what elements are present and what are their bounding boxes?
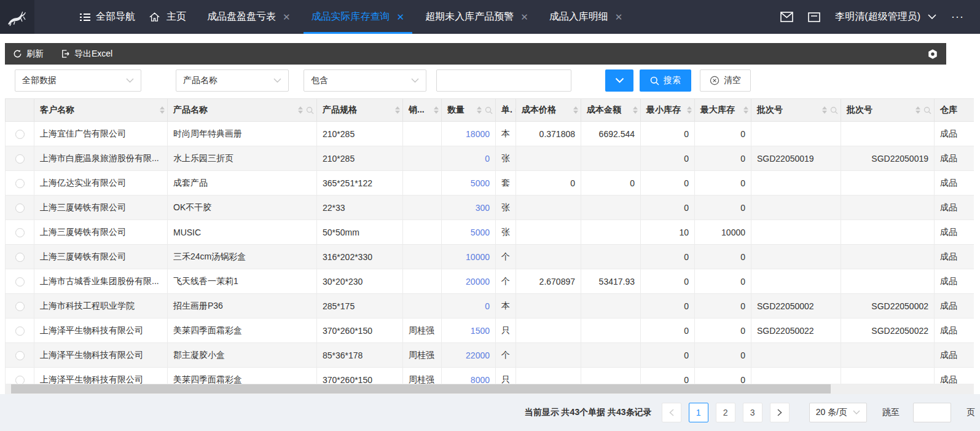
tab-close-icon[interactable]: ✕ bbox=[397, 12, 405, 22]
row-radio[interactable] bbox=[15, 326, 25, 336]
column-header-batch_no_2[interactable]: 批次号 bbox=[841, 99, 935, 122]
mail-icon[interactable] bbox=[780, 12, 793, 22]
column-header-cost_amount[interactable]: 成本金额 bbox=[581, 99, 641, 122]
column-header-product[interactable]: 产品名称 bbox=[168, 99, 317, 122]
cell-select bbox=[6, 220, 34, 245]
sort-icon[interactable] bbox=[395, 106, 400, 114]
search-button[interactable]: 搜索 bbox=[640, 69, 691, 92]
horizontal-scrollbar-thumb[interactable] bbox=[11, 384, 831, 393]
cell-select bbox=[6, 318, 34, 343]
column-search-icon[interactable] bbox=[830, 106, 838, 114]
row-radio[interactable] bbox=[15, 179, 25, 188]
row-radio[interactable] bbox=[15, 130, 25, 139]
export-excel-button[interactable]: 导出Excel bbox=[61, 49, 112, 60]
column-search-icon[interactable] bbox=[485, 106, 493, 114]
column-header-salesperson[interactable]: 销... bbox=[403, 99, 442, 122]
cell-max_stock: 0 bbox=[695, 122, 751, 146]
sort-icon[interactable] bbox=[915, 106, 920, 114]
sort-icon[interactable] bbox=[743, 106, 748, 114]
cell-max_stock: 0 bbox=[695, 269, 751, 294]
column-header-customer[interactable]: 客户名称 bbox=[34, 99, 168, 122]
column-header-unit[interactable]: 单. bbox=[496, 99, 516, 122]
more-menu-button[interactable]: ··· bbox=[951, 10, 964, 23]
column-header-cost_price[interactable]: 成本价格 bbox=[516, 99, 581, 122]
cell-quantity[interactable]: 0 bbox=[442, 146, 496, 171]
cell-select bbox=[6, 146, 34, 171]
jump-page-input[interactable] bbox=[913, 403, 951, 422]
sort-icon[interactable] bbox=[477, 106, 482, 114]
page-size-select[interactable]: 20 条/页 bbox=[809, 403, 867, 422]
cell-unit: 张 bbox=[496, 146, 516, 171]
column-search-icon[interactable] bbox=[923, 106, 931, 114]
nav-tab[interactable]: 成品实际库存查询 ✕ bbox=[301, 0, 415, 34]
row-radio[interactable] bbox=[15, 204, 25, 213]
sort-icon[interactable] bbox=[573, 106, 578, 114]
column-header-quantity[interactable]: 数量 bbox=[442, 99, 496, 122]
prev-page-button[interactable] bbox=[662, 403, 681, 422]
sort-icon[interactable] bbox=[687, 106, 692, 114]
data-scope-select[interactable]: 全部数据 bbox=[15, 69, 141, 92]
page-button-1[interactable]: 1 bbox=[689, 403, 708, 422]
column-header-warehouse[interactable]: 仓库 bbox=[935, 99, 974, 122]
keyword-input[interactable] bbox=[436, 69, 571, 92]
operator-select[interactable]: 包含 bbox=[304, 69, 426, 92]
tab-close-icon[interactable]: ✕ bbox=[615, 12, 623, 22]
nav-tab[interactable]: 主页 bbox=[139, 0, 197, 34]
cell-quantity[interactable]: 20000 bbox=[442, 269, 496, 294]
sort-icon[interactable] bbox=[298, 106, 303, 114]
tab-close-icon[interactable]: ✕ bbox=[283, 12, 291, 22]
page-button-2[interactable]: 2 bbox=[716, 403, 735, 422]
horizontal-scrollbar[interactable] bbox=[5, 384, 974, 394]
next-page-button[interactable] bbox=[770, 403, 790, 422]
cell-unit: 本 bbox=[496, 294, 516, 318]
page-button-3[interactable]: 3 bbox=[743, 403, 762, 422]
sort-icon[interactable] bbox=[633, 106, 638, 114]
cell-quantity[interactable]: 300 bbox=[442, 196, 496, 220]
refresh-button[interactable]: 刷新 bbox=[13, 49, 44, 60]
workspace-icon[interactable] bbox=[808, 12, 820, 22]
nav-tab[interactable]: 超期未入库产品预警 ✕ bbox=[415, 0, 539, 34]
cell-quantity[interactable]: 5000 bbox=[442, 220, 496, 245]
cell-select bbox=[6, 196, 34, 220]
tab-close-icon[interactable]: ✕ bbox=[520, 12, 528, 22]
sort-icon[interactable] bbox=[160, 106, 165, 114]
cell-quantity[interactable]: 18000 bbox=[442, 122, 496, 146]
cell-quantity[interactable]: 5000 bbox=[442, 171, 496, 196]
search-field-select[interactable]: 产品名称 bbox=[176, 69, 289, 92]
sort-icon[interactable] bbox=[434, 106, 439, 114]
row-radio[interactable] bbox=[15, 228, 25, 237]
cell-quantity[interactable]: 22000 bbox=[442, 343, 496, 368]
column-header-min_stock[interactable]: 最小库存 bbox=[641, 99, 695, 122]
column-header-spec[interactable]: 产品规格 bbox=[317, 99, 403, 122]
user-menu[interactable]: 李明清(超级管理员) bbox=[835, 10, 936, 23]
cell-cost_amount bbox=[581, 245, 641, 269]
cell-quantity[interactable]: 1500 bbox=[442, 318, 496, 343]
row-radio[interactable] bbox=[15, 154, 25, 164]
tab-label: 成品入库明细 bbox=[549, 10, 608, 23]
chevron-down-icon bbox=[411, 78, 419, 83]
nav-all-button[interactable]: 全部导航 bbox=[80, 10, 135, 23]
cell-warehouse: 成品 bbox=[935, 318, 974, 343]
expand-filters-button[interactable] bbox=[605, 69, 633, 92]
settings-gear-button[interactable] bbox=[927, 49, 938, 60]
cell-customer: 上海三厦铸铁有限公司 bbox=[34, 196, 168, 220]
row-radio[interactable] bbox=[15, 253, 25, 262]
cell-min_stock: 0 bbox=[641, 122, 695, 146]
cell-select bbox=[6, 245, 34, 269]
column-header-batch_no_1[interactable]: 批次号 bbox=[751, 99, 841, 122]
nav-tab[interactable]: 成品入库明细 ✕ bbox=[539, 0, 633, 34]
row-radio[interactable] bbox=[15, 277, 25, 287]
cell-quantity[interactable]: 0 bbox=[442, 294, 496, 318]
cell-product: 美莱四季面霜彩盒 bbox=[168, 318, 317, 343]
column-search-icon[interactable] bbox=[306, 106, 314, 114]
cell-salesperson: 周桂强 bbox=[403, 318, 442, 343]
clear-button[interactable]: 清空 bbox=[700, 69, 751, 92]
nav-tab[interactable]: 成品盘盈盘亏表 ✕ bbox=[197, 0, 301, 34]
cell-quantity[interactable]: 10000 bbox=[442, 245, 496, 269]
row-radio[interactable] bbox=[15, 351, 25, 360]
sort-icon[interactable] bbox=[822, 106, 827, 114]
cell-batch_no_1 bbox=[751, 220, 841, 245]
row-radio[interactable] bbox=[15, 302, 25, 311]
column-header-max_stock[interactable]: 最大库存 bbox=[695, 99, 751, 122]
cell-batch_no_2 bbox=[841, 171, 935, 196]
